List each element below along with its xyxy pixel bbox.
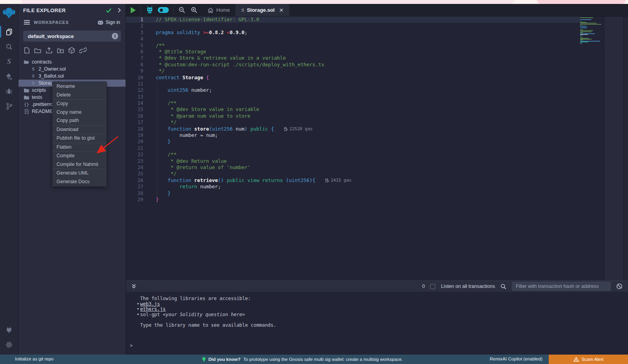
scam-alert-button[interactable]: Scam Alert	[549, 355, 628, 364]
clear-console-icon[interactable]	[616, 283, 623, 289]
zoom-out-icon[interactable]	[179, 7, 185, 13]
hamburger-menu-icon[interactable]	[24, 20, 30, 25]
transaction-filter-input[interactable]	[512, 282, 611, 291]
link-icon[interactable]	[79, 47, 87, 53]
line-number: 21	[126, 145, 149, 151]
solidity-compiler-icon: S	[7, 58, 11, 66]
tab-storage-sol[interactable]: S Storage.sol ✕	[236, 4, 290, 16]
terminal-search-icon[interactable]	[500, 284, 506, 289]
code-line[interactable]: 25 */	[126, 171, 580, 177]
code-line[interactable]: 18 function store(uint256 num) public {2…	[126, 126, 580, 132]
line-number: 27	[126, 184, 149, 190]
check-icon[interactable]	[106, 8, 111, 13]
sidebar-item-deploy-run[interactable]	[0, 69, 18, 84]
terminal-output[interactable]: The following libraries are accessible:•…	[126, 292, 628, 355]
workspace-select[interactable]: default_workspace	[23, 31, 121, 42]
code-text: /**	[149, 42, 165, 49]
context-menu-item-flatten[interactable]: Flatten	[53, 143, 106, 152]
context-menu-item-publish-file-to-gist[interactable]: Publish file to gist	[53, 134, 106, 143]
code-line[interactable]: 10contract Storage {	[126, 75, 580, 81]
code-line[interactable]: 1// SPDX-License-Identifier: GPL-3.0	[126, 16, 580, 23]
code-line[interactable]: 4	[126, 36, 580, 42]
context-menu-item-copy-path[interactable]: Copy path	[53, 116, 106, 125]
code-line[interactable]: 28 }	[126, 190, 580, 197]
code-text	[149, 81, 156, 87]
file-tree-item[interactable]: contracts	[18, 58, 126, 66]
line-number: 25	[126, 171, 149, 177]
status-bar: Initialize as git repo Did you know? To …	[0, 355, 628, 364]
code-line[interactable]: 29}	[126, 197, 580, 203]
code-line[interactable]: 24 * @return value of 'number'	[126, 164, 580, 171]
new-file-icon[interactable]	[24, 47, 30, 54]
sidebar-item-settings[interactable]	[0, 337, 18, 352]
code-text: * @dev Store & retrieve value in a varia…	[149, 55, 286, 61]
new-folder-icon[interactable]	[34, 47, 41, 53]
minimap-slider[interactable]	[605, 16, 624, 280]
code-line[interactable]: 3pragma solidity >=0.8.2 <0.9.0;	[126, 29, 580, 36]
code-line[interactable]: 21	[126, 145, 580, 151]
file-tree-item[interactable]: S2_Owner.sol	[18, 66, 126, 73]
editor-scrollbar[interactable]	[623, 16, 628, 280]
sidebar-item-solidity-compiler[interactable]: S	[0, 54, 18, 69]
code-line[interactable]: 20 }	[126, 138, 580, 145]
code-line[interactable]: 6 * @title Storage	[126, 49, 580, 55]
run-script-button[interactable]	[131, 7, 136, 13]
code-line[interactable]: 19 number = num;	[126, 132, 580, 138]
git-init-button[interactable]: Initialize as git repo	[15, 357, 53, 361]
code-line[interactable]: 26 function retrieve() public view retur…	[126, 177, 580, 184]
code-line[interactable]: 22 /**	[126, 151, 580, 158]
context-menu-item-copy[interactable]: Copy	[53, 100, 106, 108]
copilot-toggle[interactable]	[158, 7, 169, 13]
tab-home[interactable]: Home	[202, 4, 236, 16]
terminal-link[interactable]: web3.js	[140, 301, 160, 307]
code-line[interactable]: 7 * @dev Store & retrieve value in a var…	[126, 55, 580, 61]
minimap[interactable]	[580, 17, 602, 44]
code-line[interactable]: 5/**	[126, 42, 580, 49]
code-line[interactable]: 13	[126, 94, 580, 100]
context-menu-item-rename[interactable]: Rename	[53, 82, 106, 91]
solidity-icon: S	[31, 66, 36, 72]
upload-folder-icon[interactable]	[57, 47, 64, 53]
zoom-in-icon[interactable]	[191, 7, 197, 13]
code-line[interactable]: 15 * @dev Store value in variable	[126, 106, 580, 113]
close-tab-icon[interactable]: ✕	[279, 7, 284, 13]
context-menu-item-compile-for-nahmii[interactable]: Compile for Nahmii	[53, 160, 106, 169]
file-name: contracts	[32, 59, 52, 65]
remixai-robot-icon[interactable]	[146, 6, 154, 14]
sidebar-item-plugin-manager[interactable]	[0, 322, 18, 337]
sidebar-item-git[interactable]	[0, 99, 18, 114]
code-line[interactable]: 2	[126, 23, 580, 29]
code-line[interactable]: 27 return number;	[126, 184, 580, 190]
upload-files-icon[interactable]	[46, 47, 53, 54]
sign-in-button[interactable]: Sign in	[97, 20, 120, 25]
terminal-line: Type the library name to see available c…	[140, 323, 628, 328]
code-editor[interactable]: 1// SPDX-License-Identifier: GPL-3.023pr…	[126, 16, 628, 280]
listen-checkbox[interactable]	[430, 284, 435, 289]
code-line[interactable]: 8 * @custom:dev-run-script ./scripts/dep…	[126, 62, 580, 68]
sidebar-item-search[interactable]	[0, 39, 18, 54]
sidebar-item-file-explorer[interactable]	[0, 24, 18, 39]
code-line[interactable]: 16 * @param num value to store	[126, 113, 580, 119]
code-line[interactable]: 17 */	[126, 119, 580, 126]
code-line[interactable]: 11	[126, 81, 580, 87]
file-tree-item[interactable]: S3_Ballot.sol	[18, 73, 126, 80]
sidebar-item-debugger[interactable]	[0, 84, 18, 99]
context-menu-item-generate-uml[interactable]: Generate UML	[53, 169, 106, 178]
activity-bar: S	[0, 4, 18, 355]
code-line[interactable]: 12 uint256 number;	[126, 87, 580, 93]
context-menu-item-compile[interactable]: Compile	[53, 152, 106, 160]
collapse-terminal-icon[interactable]	[131, 284, 136, 289]
context-menu-item-delete[interactable]: Delete	[53, 91, 106, 100]
code-line[interactable]: 14 /**	[126, 100, 580, 106]
terminal-prompt[interactable]: >	[130, 343, 133, 349]
copilot-status[interactable]: RemixAI Copilot (enabled)	[490, 357, 542, 361]
context-menu-item-generate-docs[interactable]: Generate Docs	[53, 178, 106, 186]
context-menu-item-copy-name[interactable]: Copy name	[53, 108, 106, 117]
code-text: * @title Storage	[149, 49, 206, 55]
context-menu-item-download[interactable]: Download	[53, 126, 106, 134]
chevron-right-icon[interactable]	[118, 8, 121, 13]
code-line[interactable]: 23 * @dev Return value	[126, 158, 580, 164]
terminal-link[interactable]: ethers.js	[140, 306, 166, 312]
code-line[interactable]: 9 */	[126, 68, 580, 74]
ipfs-cube-icon[interactable]	[68, 47, 75, 54]
